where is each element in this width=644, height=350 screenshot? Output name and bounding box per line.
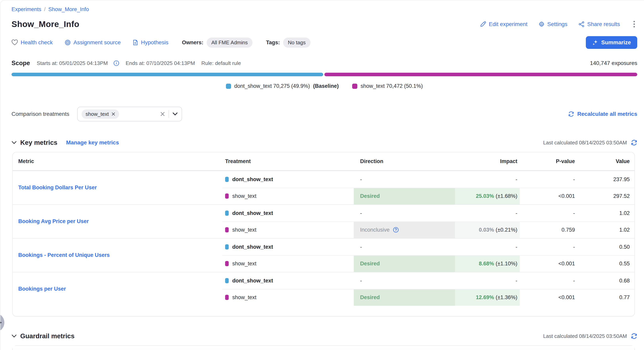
select-clear-icon[interactable] [160, 112, 165, 116]
legend-item-treatment: show_text 70,472 (50.1%) [352, 83, 423, 89]
treatment-swatch [225, 227, 229, 232]
baseline-bar-segment [12, 73, 323, 76]
treatment-cell: show_text [225, 261, 256, 267]
value-cell: 0.50 [575, 239, 634, 255]
metric-link[interactable]: Bookings per User [18, 285, 66, 292]
recalculate-all-metrics-button[interactable]: Recalculate all metrics [568, 111, 637, 117]
metric-link[interactable]: Bookings - Percent of Unique Users [18, 252, 110, 259]
value-cell: 0.77 [575, 289, 634, 306]
exposures-count: 140,747 exposures [590, 60, 637, 66]
p-value-cell: <0.001 [520, 289, 575, 306]
table-header-row: Metric Treatment Direction Impact P-valu… [13, 346, 634, 350]
scope-ends-at: Ends at: 07/10/2025 04:13PM [126, 60, 195, 66]
settings-button[interactable]: Settings [538, 21, 567, 28]
direction-cell: - [354, 205, 455, 221]
baseline-swatch [225, 177, 229, 182]
metric-group-bookings-per-user: Bookings per User dont_show_text - - - 0… [13, 272, 634, 306]
hypothesis-link[interactable]: Hypothesis [132, 39, 168, 46]
column-header-treatment: Treatment [222, 158, 354, 164]
metric-link[interactable]: Total Booking Dollars Per User [18, 184, 97, 191]
guardrail-last-calculated: Last calculated 08/14/2025 03:50AM [543, 333, 627, 339]
tags-label: Tags: [266, 40, 280, 46]
key-metrics-last-calculated: Last calculated 08/14/2025 03:50AM [543, 140, 627, 146]
baseline-swatch [226, 84, 231, 89]
baseline-swatch [225, 244, 229, 249]
health-check-link[interactable]: Health check [12, 39, 53, 46]
share-icon [578, 21, 584, 27]
treatment-swatch [352, 84, 357, 89]
scope-allocation-bar [12, 73, 637, 76]
column-header-direction: Direction [354, 158, 455, 164]
treatment-cell: show_text [225, 294, 256, 300]
treatment-swatch [225, 193, 229, 199]
arrow-right-icon [0, 319, 2, 326]
value-cell: 237.95 [575, 171, 634, 188]
owners-label: Owners: [182, 40, 204, 46]
column-header-impact: Impact [455, 158, 520, 164]
impact-cell: - [455, 239, 520, 255]
column-header-value: Value [575, 158, 634, 164]
selected-treatment-tag[interactable]: show_text [82, 109, 119, 119]
document-icon [132, 40, 138, 46]
impact-cell: - [455, 205, 520, 221]
breadcrumb-experiments-link[interactable]: Experiments [12, 6, 41, 13]
comparison-treatments-select[interactable]: show_text [77, 107, 182, 121]
metric-link[interactable]: Booking Avg Price per User [18, 218, 89, 225]
column-header-p-value: P-value [520, 158, 575, 164]
metric-group-total-booking-dollars: Total Booking Dollars Per User dont_show… [13, 171, 634, 204]
p-value-cell: - [520, 272, 575, 289]
breadcrumb-current-link[interactable]: Show_More_Info [48, 6, 89, 13]
share-results-button[interactable]: Share results [578, 21, 620, 28]
summarize-button[interactable]: Summarize [586, 36, 637, 49]
treatment-cell: dont_show_text [225, 244, 273, 250]
table-header-row: Metric Treatment Direction Impact P-valu… [13, 152, 634, 171]
p-value-cell: - [520, 239, 575, 255]
refresh-icon[interactable] [631, 333, 637, 339]
p-value-cell: <0.001 [520, 255, 575, 272]
direction-cell: Desired [354, 188, 455, 204]
pencil-icon [480, 21, 486, 27]
comparison-treatments-label: Comparison treatments [12, 111, 69, 117]
key-metrics-table: Metric Treatment Direction Impact P-valu… [12, 152, 635, 316]
treatment-cell: dont_show_text [225, 176, 273, 183]
sidebar-expand-handle[interactable] [0, 313, 4, 332]
direction-cell: Desired [354, 289, 455, 306]
scope-title: Scope [12, 60, 30, 67]
refresh-icon [568, 111, 574, 117]
select-divider [168, 110, 169, 118]
info-icon[interactable] [113, 60, 119, 66]
gear-icon [538, 21, 544, 27]
p-value-cell: - [520, 205, 575, 221]
scope-rule: Rule: default rule [201, 60, 241, 66]
tag-remove-icon[interactable] [112, 112, 115, 116]
key-metrics-collapse-chevron-icon[interactable] [12, 141, 17, 144]
select-chevron-down-icon[interactable] [172, 112, 178, 116]
p-value-cell: <0.001 [520, 188, 575, 204]
impact-cell: - [455, 272, 520, 289]
baseline-swatch [225, 278, 229, 283]
assignment-source-link[interactable]: Assignment source [65, 39, 121, 46]
value-cell: 0.68 [575, 272, 634, 289]
edit-experiment-button[interactable]: Edit experiment [480, 21, 528, 28]
tags-pill[interactable]: No tags [283, 38, 310, 48]
p-value-cell: 0.759 [520, 221, 575, 238]
baseline-swatch [225, 211, 229, 216]
refresh-icon[interactable] [631, 139, 637, 146]
manage-key-metrics-link[interactable]: Manage key metrics [66, 139, 119, 146]
help-icon[interactable] [393, 227, 399, 233]
target-icon [65, 40, 71, 46]
treatment-cell: dont_show_text [225, 210, 273, 216]
metric-group-bookings-percent-unique: Bookings - Percent of Unique Users dont_… [13, 238, 634, 272]
guardrail-metrics-title: Guardrail metrics [20, 332, 74, 340]
more-options-kebab-icon[interactable] [631, 19, 637, 29]
experiment-page: Experiments / Show_More_Info Show_More_I… [0, 0, 644, 350]
scope-legend: dont_show_text 70,275 (49.9%) (Baseline)… [12, 83, 637, 89]
guardrail-metrics-collapse-chevron-icon[interactable] [12, 334, 17, 338]
metric-group-booking-avg-price: Booking Avg Price per User dont_show_tex… [13, 204, 634, 238]
owners-pill[interactable]: All FME Admins [207, 38, 253, 48]
direction-cell: - [354, 171, 455, 188]
value-cell: 0.55 [575, 255, 634, 272]
value-cell: 1.02 [575, 205, 634, 221]
page-title: Show_More_Info [12, 20, 80, 29]
direction-cell: Desired [354, 255, 455, 272]
